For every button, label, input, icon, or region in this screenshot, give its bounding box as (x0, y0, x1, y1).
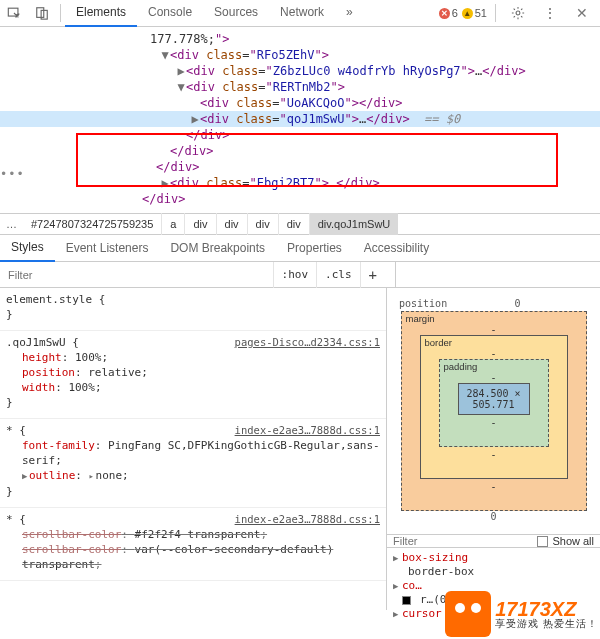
stab-dom-breakpoints[interactable]: DOM Breakpoints (159, 236, 276, 261)
tab-elements[interactable]: Elements (65, 0, 137, 27)
style-rule[interactable]: pages-Disco…d2334.css:1 .qoJ1mSwU { heig… (0, 331, 386, 419)
crumb[interactable]: div (247, 213, 278, 235)
computed-filter-row: Show all (387, 534, 600, 548)
tab-console[interactable]: Console (137, 0, 203, 27)
dom-line[interactable]: ▶<div class="Ebgi2BT7">…</div> (0, 175, 600, 191)
tab-network[interactable]: Network (269, 0, 335, 27)
expand-toggle[interactable]: ▶ (393, 551, 402, 565)
crumb[interactable]: div (184, 213, 215, 235)
dom-line-selected[interactable]: ▶<div class="qoJ1mSwU">…</div> == $0 (0, 111, 600, 127)
computed-pane[interactable]: position0 margin - border - padding - 28… (386, 288, 600, 610)
hov-toggle[interactable]: :hov (273, 262, 317, 288)
color-swatch[interactable] (402, 596, 411, 605)
breadcrumb: … #7247807324725759235 a div div div div… (0, 213, 600, 235)
svg-point-3 (516, 11, 520, 15)
box-padding[interactable]: padding - 284.500 × 505.771 - (439, 359, 549, 447)
crumb-selected[interactable]: div.qoJ1mSwU (309, 213, 399, 235)
box-margin[interactable]: margin - border - padding - 284.500 × 50… (401, 311, 587, 511)
stab-properties[interactable]: Properties (276, 236, 353, 261)
breadcrumb-overflow[interactable]: … (0, 218, 23, 230)
tab-more[interactable]: » (335, 0, 364, 27)
stab-accessibility[interactable]: Accessibility (353, 236, 440, 261)
error-icon: ✕ (439, 8, 450, 19)
stab-styles[interactable]: Styles (0, 235, 55, 262)
box-content[interactable]: 284.500 × 505.771 (458, 383, 530, 415)
expand-toggle[interactable]: ▶ (393, 579, 402, 593)
dom-line[interactable]: ▼<div class="RFo5ZEhV"> (0, 47, 600, 63)
box-model: position0 margin - border - padding - 28… (387, 288, 600, 528)
dom-line[interactable]: ▶<div class="Z6bzLUc0 w4odfrYb hRyOsPg7"… (0, 63, 600, 79)
show-all-label: Show all (552, 535, 594, 547)
box-border[interactable]: border - padding - 284.500 × 505.771 - - (420, 335, 568, 479)
expand-toggle[interactable]: ▶ (160, 175, 170, 191)
inspect-icon[interactable] (0, 0, 28, 27)
styles-pane[interactable]: element.style { } pages-Disco…d2334.css:… (0, 288, 386, 610)
computed-list[interactable]: ▶box-sizing border-box ▶co… r…(0, 0) ▶cu… (387, 548, 600, 624)
devtools-topbar: Elements Console Sources Network » ✕ 6 ▲… (0, 0, 600, 27)
expand-toggle[interactable]: ▼ (160, 47, 170, 63)
crumb-id[interactable]: #7247807324725759235 (23, 213, 161, 235)
dom-line[interactable]: </div> (0, 159, 600, 175)
error-count[interactable]: ✕ 6 (439, 7, 458, 19)
style-rule[interactable]: index-e2ae3…7888d.css:1 * { scrollbar-co… (0, 508, 386, 581)
lower-split: element.style { } pages-Disco…d2334.css:… (0, 288, 600, 610)
show-all-checkbox[interactable] (537, 536, 548, 547)
style-rule[interactable]: element.style { } (0, 288, 386, 331)
computed-filter-input[interactable] (393, 535, 537, 547)
warning-count[interactable]: ▲ 51 (462, 7, 487, 19)
new-rule-button[interactable]: + (360, 262, 385, 288)
styles-filter-input[interactable] (0, 269, 273, 281)
crumb[interactable]: div (278, 213, 309, 235)
more-menu-icon[interactable]: ⋮ (536, 0, 564, 27)
dom-line[interactable]: </div> (0, 127, 600, 143)
dom-line[interactable]: ▼<div class="RERTnMb2"> (0, 79, 600, 95)
crumb[interactable]: div (216, 213, 247, 235)
settings-icon[interactable] (504, 0, 532, 27)
device-toolbar-icon[interactable] (28, 0, 56, 27)
styles-tabs: Styles Event Listeners DOM Breakpoints P… (0, 235, 600, 262)
tab-sources[interactable]: Sources (203, 0, 269, 27)
expand-toggle[interactable]: ▶ (22, 469, 29, 484)
dom-line[interactable]: </div> (0, 191, 600, 207)
expand-toggle[interactable]: ▶ (190, 111, 200, 127)
expand-toggle[interactable]: ▶ (176, 63, 186, 79)
stab-event-listeners[interactable]: Event Listeners (55, 236, 160, 261)
close-icon[interactable]: ✕ (568, 0, 596, 27)
source-link[interactable]: index-e2ae3…7888d.css:1 (235, 423, 380, 438)
source-link[interactable]: pages-Disco…d2334.css:1 (235, 335, 380, 350)
dom-line[interactable]: </div> (0, 143, 600, 159)
dom-line[interactable]: 177.778%;"> (0, 31, 600, 47)
expand-toggle[interactable]: ▼ (176, 79, 186, 95)
dom-tree[interactable]: 177.778%;"> ▼<div class="RFo5ZEhV"> ▶<di… (0, 27, 600, 213)
pane-divider (395, 262, 396, 287)
divider (60, 4, 61, 22)
styles-filter-row: :hov .cls + (0, 262, 600, 288)
expand-toggle[interactable]: ▶ (393, 607, 402, 621)
cls-toggle[interactable]: .cls (316, 262, 360, 288)
warning-icon: ▲ (462, 8, 473, 19)
svg-rect-1 (37, 8, 44, 18)
source-link[interactable]: index-e2ae3…7888d.css:1 (235, 512, 380, 527)
crumb[interactable]: a (161, 213, 184, 235)
dom-tree-container: ••• 177.778%;"> ▼<div class="RFo5ZEhV"> … (0, 27, 600, 213)
dom-line[interactable]: <div class="UoAKCQoO"></div> (0, 95, 600, 111)
panel-tabs: Elements Console Sources Network » (65, 0, 364, 27)
divider (495, 4, 496, 22)
style-rule[interactable]: index-e2ae3…7888d.css:1 * { font-family:… (0, 419, 386, 508)
